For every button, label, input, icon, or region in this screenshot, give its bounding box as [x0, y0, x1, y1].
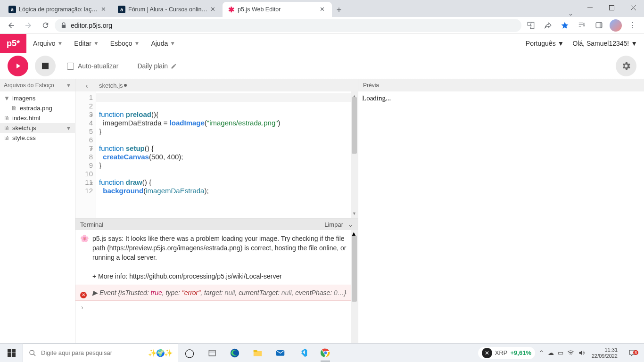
p5-menubar: p5* Arquivo▼ Editar▼ Esboço▼ Ajuda▼ Port…: [0, 34, 644, 53]
editor-tabbar: ‹ sketch.js: [75, 79, 358, 91]
system-tray: ✕ XRP +9,61% ⌃ ☁ ▭ 11:31 22/09/2022 8: [474, 347, 644, 359]
menu-esboco[interactable]: Esboço▼: [110, 40, 140, 47]
taskview-button[interactable]: ◯: [178, 344, 201, 362]
sidebar-file-estrada[interactable]: 🗎estrada.png: [0, 103, 75, 113]
svg-rect-6: [12, 353, 16, 357]
tray-chevron-up-icon[interactable]: ⌃: [539, 349, 544, 356]
share-icon[interactable]: [540, 18, 555, 33]
profile-avatar[interactable]: [608, 18, 623, 33]
scroll-down-icon[interactable]: ▼: [351, 209, 358, 218]
new-tab-button[interactable]: +: [332, 3, 346, 17]
sketch-name[interactable]: Daily plain: [137, 62, 177, 70]
code-text[interactable]: let imagemDaEstrada; function preload(){…: [96, 91, 358, 218]
chrome-app[interactable]: [314, 344, 337, 362]
language-selector[interactable]: Português ▼: [526, 40, 564, 47]
user-menu[interactable]: Olá, Samuel12345! ▼: [572, 40, 637, 47]
browser-addressbar: editor.p5js.org ⋮: [0, 17, 644, 34]
cortana-button[interactable]: [201, 344, 223, 362]
taskbar-clock[interactable]: 11:31 22/09/2022: [589, 347, 620, 359]
reload-button[interactable]: [38, 18, 53, 33]
auto-refresh-toggle[interactable]: Auto-atualizar: [67, 62, 118, 70]
reading-list-icon[interactable]: [574, 18, 589, 33]
open-file-tab[interactable]: sketch.js: [99, 82, 127, 89]
vscode-app[interactable]: [291, 344, 314, 362]
xrp-icon: ✕: [482, 348, 492, 358]
mail-app[interactable]: [269, 344, 291, 362]
kebab-menu-icon[interactable]: ⋮: [625, 18, 640, 33]
svg-rect-2: [599, 23, 602, 28]
console-prompt[interactable]: ›: [75, 301, 358, 314]
chevron-down-icon[interactable]: ⌄: [348, 221, 353, 228]
battery-icon[interactable]: ▭: [558, 349, 563, 356]
chevron-down-icon[interactable]: ▼: [66, 82, 71, 88]
wifi-icon[interactable]: [567, 349, 574, 356]
tabs-dropdown-icon[interactable]: ⌄: [568, 10, 573, 17]
svg-rect-5: [8, 353, 11, 357]
clear-console-button[interactable]: Limpar: [324, 221, 343, 228]
ticker-widget[interactable]: ✕ XRP +9,61%: [478, 347, 535, 359]
window-controls: [579, 0, 644, 15]
file-icon: 🗎: [11, 105, 17, 112]
forward-button[interactable]: [21, 18, 36, 33]
sidebar-file-index[interactable]: 🗎index.html: [0, 113, 75, 123]
onedrive-icon[interactable]: ☁: [548, 349, 554, 356]
taskbar-search[interactable]: Digite aqui para pesquisar ✨🌍✨: [23, 344, 178, 362]
alura-favicon-icon: a: [118, 6, 125, 13]
modified-indicator-icon: [124, 84, 127, 87]
sidebar-file-style[interactable]: 🗎style.css: [0, 133, 75, 143]
terminal-scrollbar[interactable]: ▲ ▼: [351, 230, 358, 343]
svg-rect-8: [209, 350, 215, 356]
chevron-down-icon[interactable]: ▼: [66, 125, 71, 131]
console-warning: 🌸 p5.js says: It looks like there was a …: [75, 230, 358, 285]
sidebar-folder-imagens[interactable]: ▼imagens: [0, 93, 75, 103]
folder-open-icon: ▼: [4, 95, 9, 102]
editor-scrollbar[interactable]: ▲ ▼: [351, 91, 358, 218]
menu-ajuda[interactable]: Ajuda▼: [151, 40, 175, 47]
auto-refresh-label: Auto-atualizar: [78, 62, 118, 70]
terminal-header: Terminal Limpar ⌄: [75, 219, 358, 230]
start-button[interactable]: [0, 344, 23, 362]
explorer-app[interactable]: [246, 344, 269, 362]
scroll-thumb[interactable]: [352, 236, 357, 302]
preview-header: Prévia: [358, 79, 644, 91]
close-icon[interactable]: ✕: [210, 6, 218, 13]
url-host: editor.p5js.org: [71, 22, 112, 29]
svg-rect-11: [276, 350, 284, 355]
collapse-sidebar-button[interactable]: ‹: [80, 79, 93, 91]
browser-tab-1[interactable]: a Fórum | Alura - Cursos online de ✕: [113, 2, 223, 17]
browser-tab-0[interactable]: a Lógica de programação: laços e l ✕: [4, 2, 113, 17]
p5-logo[interactable]: p5*: [0, 34, 26, 53]
sidepanel-icon[interactable]: [591, 18, 606, 33]
maximize-button[interactable]: [601, 0, 622, 15]
menu-editar[interactable]: Editar▼: [74, 40, 99, 47]
menu-arquivo[interactable]: Arquivo▼: [33, 40, 63, 47]
close-window-button[interactable]: [622, 0, 644, 15]
stop-button[interactable]: [35, 56, 56, 76]
sidebar-file-sketch[interactable]: 🗎sketch.js▼: [0, 123, 75, 133]
omnibox[interactable]: editor.p5js.org: [55, 19, 521, 32]
code-editor[interactable]: 12 3▼ 456 7▼ 8910 11▼ 12 let imagemDaEst…: [75, 91, 358, 218]
volume-icon[interactable]: [578, 349, 585, 356]
terminal-body[interactable]: 🌸 p5.js says: It looks like there was a …: [75, 230, 358, 343]
minimize-button[interactable]: [579, 0, 601, 15]
edge-app[interactable]: [223, 344, 246, 362]
play-button[interactable]: [8, 56, 28, 76]
back-button[interactable]: [4, 18, 19, 33]
translate-icon[interactable]: [523, 18, 538, 33]
chevron-down-icon: ▼: [93, 40, 99, 47]
browser-tab-2[interactable]: ✱ p5.js Web Editor ✕: [223, 2, 332, 17]
tab-title: Lógica de programação: laços e l: [19, 6, 98, 13]
p5-favicon-icon: ✱: [227, 6, 235, 13]
notifications-button[interactable]: 8: [624, 349, 640, 357]
lock-icon: [60, 22, 67, 29]
file-sidebar: Arquivos do Esboço ▼ ▼imagens 🗎estrada.p…: [0, 79, 75, 343]
checkbox-icon[interactable]: [67, 63, 74, 70]
scroll-thumb[interactable]: [352, 97, 357, 154]
close-icon[interactable]: ✕: [101, 6, 108, 13]
close-icon[interactable]: ✕: [320, 6, 327, 13]
bookmark-icon[interactable]: [557, 18, 572, 33]
chevron-down-icon: ▼: [558, 40, 564, 47]
chevron-down-icon: ▼: [57, 40, 63, 47]
line-gutter: 12 3▼ 456 7▼ 8910 11▼ 12: [75, 91, 96, 218]
settings-button[interactable]: [616, 56, 636, 76]
